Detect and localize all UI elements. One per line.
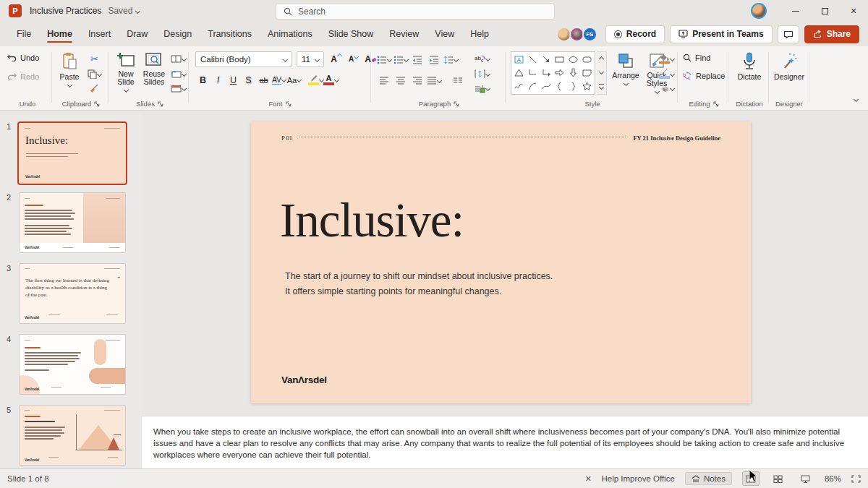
document-title[interactable]: Inclusive Practices <box>30 6 101 16</box>
slide-thumbnail-1[interactable]: Inclusive: VanΛrsdel <box>17 121 127 185</box>
elbow-connector-icon[interactable] <box>528 68 537 77</box>
help-improve-office-link[interactable]: Help Improve Office <box>602 474 675 483</box>
tab-help[interactable]: Help <box>462 22 497 46</box>
tab-transitions[interactable]: Transitions <box>200 22 260 46</box>
replace-button[interactable]: bc Replace <box>681 68 726 83</box>
slide-thumbnail-5[interactable]: VanΛrsdel <box>19 405 126 466</box>
undo-button[interactable]: Undo <box>4 50 51 65</box>
left-brace-shape-icon[interactable] <box>555 82 564 91</box>
tab-file[interactable]: File <box>9 22 39 46</box>
share-button[interactable]: Share <box>804 25 859 43</box>
account-avatar[interactable] <box>751 3 767 19</box>
slide-title[interactable]: Inclusive: <box>280 192 464 248</box>
tab-review[interactable]: Review <box>381 22 427 46</box>
shape-outline-button[interactable] <box>659 67 674 82</box>
shape-effects-button[interactable] <box>659 81 674 96</box>
font-dialog-launcher-icon[interactable] <box>286 101 292 107</box>
speaker-notes-panel[interactable]: When you take steps to create an inclusi… <box>142 416 868 468</box>
numbering-button[interactable] <box>393 52 408 67</box>
fit-to-window-button[interactable] <box>851 475 861 483</box>
bullets-button[interactable] <box>376 52 391 67</box>
convert-to-smartart-button[interactable] <box>475 81 490 96</box>
rectangle-shape-icon[interactable] <box>555 55 564 64</box>
font-size-select[interactable]: 11 <box>297 51 324 67</box>
shape-gallery[interactable]: A <box>511 51 595 95</box>
text-direction-button[interactable]: abc <box>475 51 490 67</box>
arc-shape-icon[interactable] <box>528 82 537 91</box>
gallery-up-icon[interactable] <box>599 56 604 61</box>
redo-button[interactable]: Redo <box>4 69 51 84</box>
elbow-arrow-connector-icon[interactable] <box>542 68 551 77</box>
autosave-status[interactable]: Saved <box>108 6 140 16</box>
present-in-teams-button[interactable]: Present in Teams <box>670 25 772 43</box>
dismiss-icon[interactable]: × <box>585 473 591 484</box>
search-input[interactable]: Search <box>276 3 555 20</box>
find-button[interactable]: Find <box>681 50 726 65</box>
bold-button[interactable]: B <box>195 72 210 87</box>
shape-fill-button[interactable] <box>659 51 674 67</box>
right-brace-shape-icon[interactable] <box>569 82 578 91</box>
underline-button[interactable]: U <box>226 72 241 87</box>
text-shadow-button[interactable]: S <box>241 72 256 87</box>
star-shape-icon[interactable] <box>582 82 592 91</box>
tab-insert[interactable]: Insert <box>80 22 119 46</box>
right-arrow-shape-icon[interactable] <box>555 68 564 77</box>
increase-indent-button[interactable] <box>426 52 441 67</box>
down-arrow-shape-icon[interactable] <box>569 68 578 77</box>
change-case-button[interactable]: Aa <box>286 72 302 87</box>
coauthor-presence[interactable]: FS <box>558 27 597 42</box>
coauthor-avatar-initials[interactable]: FS <box>582 27 597 42</box>
scribble-shape-icon[interactable] <box>514 82 524 91</box>
slides-dialog-launcher-icon[interactable] <box>158 101 163 107</box>
tab-design[interactable]: Design <box>156 22 200 46</box>
align-left-button[interactable] <box>376 73 391 88</box>
font-color-button[interactable]: A <box>323 72 339 87</box>
zoom-level[interactable]: 86% <box>825 474 841 483</box>
font-family-select[interactable]: Calibri (Body) <box>195 51 292 67</box>
clipboard-dialog-launcher-icon[interactable] <box>94 101 100 107</box>
italic-button[interactable]: I <box>210 72 226 87</box>
tab-view[interactable]: View <box>427 22 462 46</box>
decrease-font-size-button[interactable]: A <box>346 51 361 67</box>
minimize-button[interactable] <box>781 0 810 22</box>
line-spacing-button[interactable] <box>443 52 458 67</box>
rounded-rectangle-shape-icon[interactable] <box>582 55 592 64</box>
justify-button[interactable] <box>426 73 441 88</box>
cut-button[interactable]: ✂ <box>87 51 102 67</box>
triangle-shape-icon[interactable] <box>514 68 524 77</box>
align-right-button[interactable] <box>409 73 425 88</box>
curve-shape-icon[interactable] <box>542 82 551 91</box>
comments-button[interactable] <box>778 25 799 43</box>
reuse-slides-button[interactable]: Reuse Slides <box>140 50 168 86</box>
slideshow-view-button[interactable] <box>797 471 814 486</box>
tab-home[interactable]: Home <box>39 22 80 46</box>
editing-dialog-launcher-icon[interactable] <box>713 101 719 107</box>
flowchart-shape-icon[interactable] <box>582 68 592 77</box>
maximize-button[interactable] <box>810 0 839 22</box>
gallery-down-icon[interactable] <box>599 69 604 74</box>
close-button[interactable]: × <box>839 0 868 22</box>
arrow-shape-icon[interactable] <box>542 55 551 64</box>
oval-shape-icon[interactable] <box>569 55 578 64</box>
text-box-shape-icon[interactable]: A <box>514 55 524 64</box>
slide-layout-button[interactable] <box>171 51 186 67</box>
arrange-button[interactable]: Arrange <box>610 50 641 85</box>
increase-font-size-button[interactable]: A <box>328 51 344 67</box>
gallery-more-icon[interactable] <box>599 84 604 89</box>
align-center-button[interactable] <box>393 73 408 88</box>
character-spacing-button[interactable]: AV <box>271 72 286 87</box>
columns-button[interactable] <box>450 73 465 88</box>
tab-slide-show[interactable]: Slide Show <box>320 22 382 46</box>
copy-button[interactable] <box>87 67 102 82</box>
record-button[interactable]: Record <box>605 25 665 43</box>
reset-slide-button[interactable] <box>171 67 186 82</box>
slide-thumbnail-3[interactable]: The first thing we learned is that defin… <box>19 263 126 324</box>
strikethrough-button[interactable]: ab <box>256 72 271 87</box>
slide-thumbnail-4[interactable]: VanΛrsdel <box>19 334 126 395</box>
tab-draw[interactable]: Draw <box>119 22 156 46</box>
section-button[interactable] <box>171 81 186 96</box>
decrease-indent-button[interactable] <box>409 52 425 67</box>
dictate-button[interactable]: Dictate <box>732 50 767 81</box>
collapse-ribbon-button[interactable] <box>854 91 858 104</box>
slide-editor[interactable]: P 01 FY 21 Inclusive Design Guideline In… <box>251 121 751 403</box>
